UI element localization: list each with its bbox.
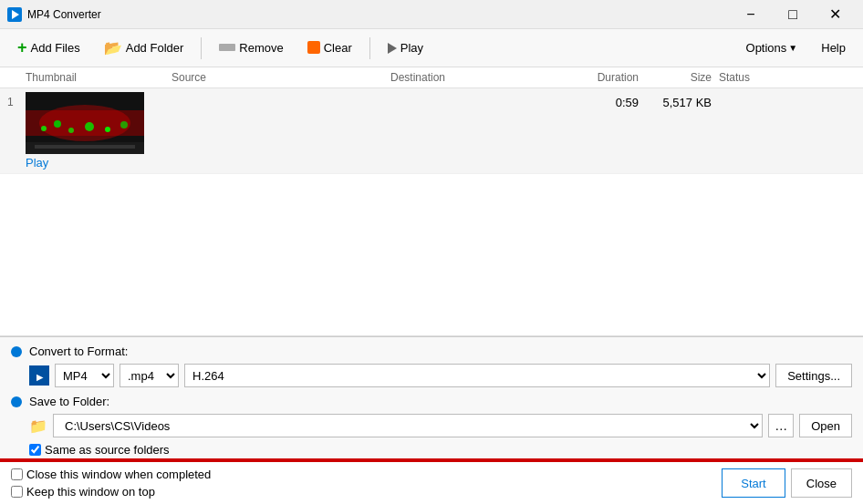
- close-when-completed-label[interactable]: Close this window when completed: [11, 468, 714, 481]
- folder-section-label: Save to Folder:: [29, 395, 109, 408]
- clear-button[interactable]: Clear: [297, 35, 362, 62]
- file-thumbnail-cell: Play: [26, 92, 172, 170]
- same-source-label[interactable]: Same as source folders: [29, 443, 170, 457]
- start-button[interactable]: Start: [722, 468, 785, 498]
- col-status: Status: [719, 71, 792, 84]
- col-duration: Duration: [573, 71, 646, 84]
- help-label: Help: [821, 41, 846, 55]
- remove-label: Remove: [239, 41, 283, 55]
- svg-point-8: [85, 122, 94, 131]
- add-files-icon: +: [17, 38, 27, 57]
- format-codec-select[interactable]: H.264: [184, 364, 770, 387]
- add-folder-label: Add Folder: [126, 41, 184, 55]
- options-chevron-icon: ▼: [788, 43, 797, 53]
- format-icon: ▶: [29, 365, 49, 386]
- row-number: 1: [7, 92, 26, 108]
- format-section-header: Convert to Format:: [11, 345, 852, 358]
- svg-point-6: [54, 120, 61, 128]
- actions-bar: Close this window when completed Keep th…: [0, 460, 863, 504]
- app-title: MP4 Converter: [27, 8, 730, 21]
- same-source-row: Same as source folders: [29, 443, 852, 457]
- help-button[interactable]: Help: [811, 35, 856, 62]
- bottom-panel: Convert to Format: ▶ MP4 .mp4 H.264 Sett…: [0, 336, 863, 504]
- folder-row: 📁 C:\Users\CS\Videos … Open: [29, 414, 852, 437]
- open-folder-button[interactable]: Open: [799, 414, 852, 437]
- add-files-button[interactable]: + Add Files: [7, 35, 90, 62]
- folder-section-dot: [11, 396, 22, 407]
- col-num: [7, 71, 26, 84]
- format-section-label: Convert to Format:: [29, 345, 128, 358]
- svg-text:▶: ▶: [36, 373, 44, 382]
- folder-path-select[interactable]: C:\Users\CS\Videos: [53, 414, 763, 437]
- format-ext-select[interactable]: .mp4: [120, 364, 179, 387]
- app-icon: [7, 7, 22, 22]
- play-label: Play: [400, 41, 423, 55]
- svg-point-9: [105, 127, 110, 132]
- col-source: Source: [172, 71, 390, 84]
- folder-section-header: Save to Folder:: [11, 395, 852, 408]
- keep-on-top-label[interactable]: Keep this window on top: [11, 485, 714, 499]
- settings-button[interactable]: Settings...: [775, 364, 852, 387]
- keep-on-top-text: Keep this window on top: [26, 485, 155, 499]
- play-button[interactable]: Play: [378, 35, 433, 62]
- main-content: Thumbnail Source Destination Duration Si…: [0, 67, 863, 336]
- col-destination: Destination: [390, 71, 573, 84]
- file-list-header: Thumbnail Source Destination Duration Si…: [0, 67, 863, 88]
- thumbnail-image: [26, 92, 144, 154]
- svg-point-4: [39, 105, 130, 141]
- file-duration: 0:59: [573, 92, 646, 109]
- remove-icon: [219, 44, 235, 51]
- close-window-button[interactable]: ✕: [814, 0, 856, 29]
- toolbar-right: Options ▼ Help: [736, 35, 856, 62]
- options-label: Options: [746, 41, 787, 55]
- title-bar: MP4 Converter − □ ✕: [0, 0, 863, 29]
- close-when-completed-checkbox[interactable]: [11, 468, 23, 480]
- svg-point-10: [120, 121, 128, 129]
- close-when-completed-text: Close this window when completed: [26, 468, 211, 481]
- keep-on-top-checkbox[interactable]: [11, 486, 23, 498]
- file-list-area: 1: [0, 88, 863, 336]
- format-name-select[interactable]: MP4: [55, 364, 114, 387]
- toolbar-separator-2: [369, 37, 370, 59]
- file-thumbnail: [26, 92, 144, 154]
- svg-point-5: [41, 126, 47, 131]
- folder-browse-button[interactable]: …: [768, 414, 794, 437]
- options-button[interactable]: Options ▼: [736, 35, 808, 62]
- clear-icon: [307, 41, 320, 54]
- minimize-button[interactable]: −: [730, 0, 772, 29]
- folder-icon: 📁: [29, 417, 47, 435]
- actions-checkboxes: Close this window when completed Keep th…: [11, 468, 714, 499]
- window-controls: − □ ✕: [730, 0, 856, 29]
- col-size: Size: [646, 71, 719, 84]
- format-section-dot: [11, 346, 22, 357]
- same-source-text: Same as source folders: [45, 443, 170, 457]
- action-buttons: Start Close: [722, 468, 852, 498]
- add-folder-button[interactable]: 📂 Add Folder: [94, 35, 194, 62]
- file-play-link[interactable]: Play: [26, 156, 172, 170]
- toolbar-separator: [201, 37, 202, 59]
- remove-button[interactable]: Remove: [209, 35, 293, 62]
- file-size: 5,517 KB: [646, 92, 719, 109]
- maximize-button[interactable]: □: [772, 0, 814, 29]
- table-row: 1: [0, 88, 863, 174]
- same-source-checkbox[interactable]: [29, 444, 41, 456]
- format-row: ▶ MP4 .mp4 H.264 Settings...: [29, 364, 852, 387]
- clear-label: Clear: [324, 41, 352, 55]
- add-files-label: Add Files: [31, 41, 80, 55]
- svg-rect-12: [35, 145, 135, 149]
- play-icon: [388, 43, 397, 54]
- add-folder-icon: 📂: [104, 39, 122, 57]
- svg-point-7: [68, 128, 74, 133]
- toolbar: + Add Files 📂 Add Folder Remove Clear Pl…: [0, 29, 863, 67]
- close-button[interactable]: Close: [791, 468, 852, 498]
- col-thumbnail: Thumbnail: [26, 71, 172, 84]
